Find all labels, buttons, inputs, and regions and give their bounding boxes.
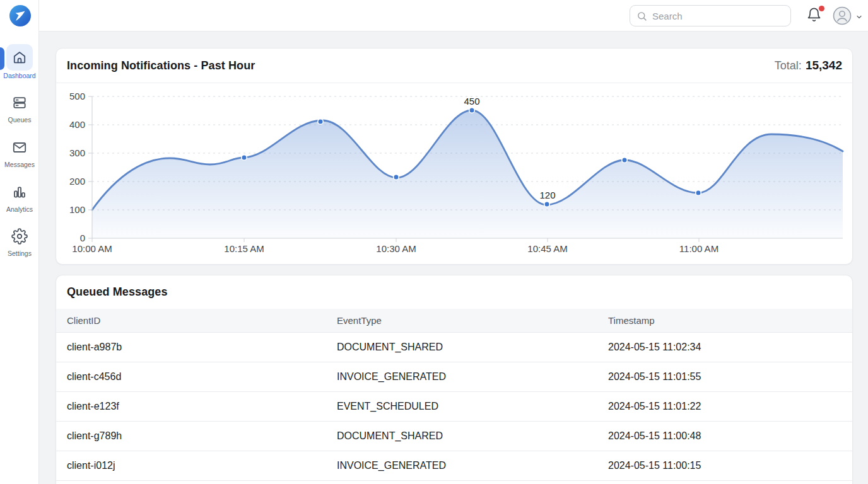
total-value: 15,342 [806,59,842,72]
svg-text:500: 500 [69,91,85,101]
sidebar-item-messages[interactable]: Messages [0,139,39,168]
y-axis-labels: 500 400 300 200 100 0 [69,91,85,243]
avatar[interactable] [833,6,852,25]
svg-text:400: 400 [69,119,85,130]
svg-text:200: 200 [69,176,85,187]
cell-timestamp: 2024-05-15 11:00:15 [608,460,852,471]
chart-card-title: Incoming Notifications - Past Hour [67,59,255,72]
cell-clientid: client-i012j [67,460,337,471]
bar-chart-icon [11,184,28,200]
peak-value-label: 450 [464,96,479,107]
cell-clientid: client-a987b [67,342,337,353]
svg-text:11:00 AM: 11:00 AM [679,243,718,254]
column-header-timestamp[interactable]: Timestamp [608,315,852,326]
table-card-title: Queued Messages [67,285,168,299]
cell-eventtype: INVOICE_GENERATED [337,371,608,383]
area-fill [92,110,843,238]
cell-clientid: client-c456d [67,371,337,383]
cell-timestamp: 2024-05-15 11:01:55 [608,371,852,383]
svg-text:10:15 AM: 10:15 AM [224,243,264,254]
notifications-bell-icon[interactable] [806,7,824,25]
incoming-notifications-card: Incoming Notifications - Past Hour Total… [56,48,853,265]
home-icon [11,49,28,66]
svg-text:10:00 AM: 10:00 AM [72,243,112,254]
sidebar-item-label: Settings [0,250,39,257]
svg-text:100: 100 [69,204,85,215]
cell-timestamp: 2024-05-15 11:01:22 [608,401,852,412]
sidebar-item-analytics[interactable]: Analytics [0,184,39,213]
queued-messages-card: Queued Messages ClientID EventType Times… [56,275,853,484]
table-column-headers: ClientID EventType Timestamp [56,309,852,333]
sidebar-item-label: Analytics [0,205,39,213]
x-axis-labels: 10:00 AM 10:15 AM 10:30 AM 10:45 AM 11:0… [72,243,718,254]
dashboard-icon-box [6,44,33,71]
server-stack-icon [11,95,28,111]
sidebar-item-label: Dashboard [0,72,39,79]
table-row[interactable]: client-e123f EVENT_SCHEDULED 2024-05-15 … [56,392,852,422]
svg-text:300: 300 [69,147,85,158]
search-box[interactable] [630,5,791,26]
data-point[interactable] [622,158,628,163]
cell-eventtype: DOCUMENT_SHARED [337,430,608,442]
data-point[interactable] [318,119,324,125]
svg-text:0: 0 [80,233,85,243]
sidebar: Dashboard Queues Messages [0,0,39,484]
dip-value-label: 120 [539,190,555,200]
table-row[interactable]: client-c456d INVOICE_GENERATED 2024-05-1… [56,362,852,392]
sidebar-item-label: Messages [0,161,39,168]
total-counter: Total:15,342 [775,59,842,72]
cell-clientid: client-e123f [67,401,337,412]
search-icon [636,11,647,21]
column-header-eventtype[interactable]: EventType [337,315,608,326]
svg-text:10:45 AM: 10:45 AM [527,243,567,254]
cell-clientid: client-g789h [67,430,337,442]
sidebar-item-dashboard[interactable]: Dashboard [0,44,39,79]
main-content: Incoming Notifications - Past Hour Total… [39,32,868,484]
sidebar-item-label: Queues [0,116,39,124]
cell-timestamp: 2024-05-15 11:02:34 [608,342,852,353]
notifications-area-chart[interactable]: 450 120 500 400 300 200 100 0 10:00 AM 1… [61,89,848,259]
gear-icon [11,228,28,245]
table-row[interactable]: client-i012j INVOICE_GENERATED 2024-05-1… [56,451,852,481]
cell-timestamp: 2024-05-15 11:00:48 [608,430,852,442]
search-input[interactable] [652,11,784,21]
notification-badge-dot [819,6,824,11]
column-header-clientid[interactable]: ClientID [67,315,337,326]
sidebar-item-settings[interactable]: Settings [0,228,39,257]
table-row[interactable]: client-g789h DOCUMENT_SHARED 2024-05-15 … [56,422,852,451]
data-point[interactable] [696,190,701,196]
data-point[interactable] [394,175,399,180]
envelope-icon [11,139,28,156]
table-row[interactable]: client-a987b DOCUMENT_SHARED 2024-05-15 … [56,333,852,362]
data-point[interactable] [544,202,550,207]
chart-card-header: Incoming Notifications - Past Hour Total… [56,49,852,83]
data-point[interactable] [242,155,247,161]
chevron-down-icon[interactable] [855,12,863,23]
table-card-header: Queued Messages [56,275,852,309]
data-point[interactable] [469,108,475,113]
svg-text:10:30 AM: 10:30 AM [376,243,416,254]
cell-eventtype: DOCUMENT_SHARED [337,342,608,353]
topbar [39,0,868,32]
sidebar-item-queues[interactable]: Queues [0,95,39,124]
app-logo-icon[interactable] [8,4,32,28]
cell-eventtype: INVOICE_GENERATED [337,460,608,471]
cell-eventtype: EVENT_SCHEDULED [337,401,608,412]
